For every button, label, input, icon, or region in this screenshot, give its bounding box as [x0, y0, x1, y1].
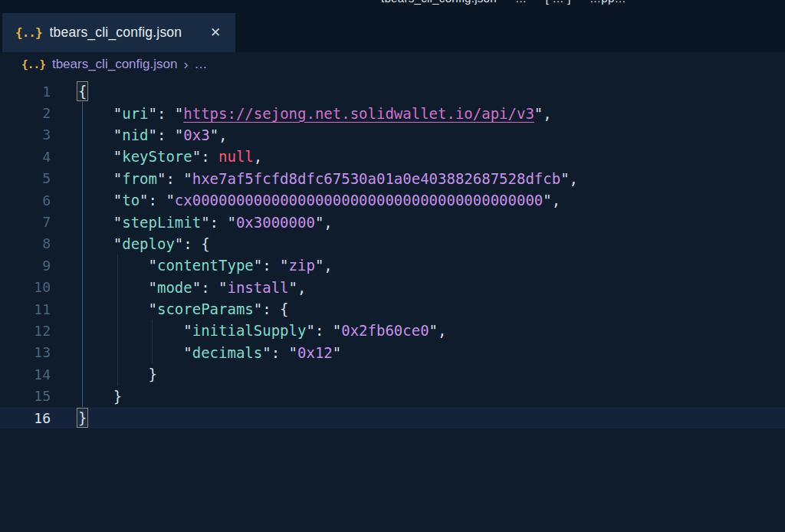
code-line[interactable]: 10 "mode": "install", — [0, 277, 785, 298]
token-pun: ": " — [157, 170, 192, 187]
token-pun: ", — [534, 105, 552, 122]
code-text: "deploy": { — [51, 235, 210, 252]
window-title-clipped: tbears_cli_config.json — … — [ … ] — …pp… — [0, 0, 785, 12]
line-number: 8 — [0, 235, 51, 251]
token-key: nid — [122, 126, 148, 143]
code-text: "uri": "https://sejong.net.solidwallet.i… — [51, 105, 552, 122]
token-pun: " — [78, 148, 122, 165]
code-line[interactable]: 4 "keyStore": null, — [0, 146, 785, 167]
code-text: } — [51, 409, 87, 426]
token-pun: ", — [289, 279, 307, 296]
code-line[interactable]: 7 "stepLimit": "0x3000000", — [0, 211, 785, 232]
code-text: "mode": "install", — [51, 279, 306, 296]
editor-pane[interactable]: 1{2 "uri": "https://sejong.net.solidwall… — [0, 77, 785, 532]
token-key: stepLimit — [122, 214, 201, 231]
line-number: 11 — [0, 301, 51, 317]
code-line[interactable]: 2 "uri": "https://sejong.net.solidwallet… — [0, 102, 785, 123]
line-number: 9 — [0, 258, 51, 274]
code-line[interactable]: 9 "contentType": "zip", — [0, 255, 785, 276]
tab-tbears-cli-config-json[interactable]: {..} tbears_cli_config.json ✕ — [2, 13, 235, 52]
token-pun: , — [254, 148, 262, 165]
line-number: 13 — [0, 344, 51, 360]
code-line[interactable]: 5 "from": "hxe7af5fcfd8dfc67530a01a0e403… — [0, 168, 785, 189]
token-pun: " — [78, 214, 122, 231]
code-line[interactable]: 15 } — [0, 385, 785, 406]
token-pun: } — [78, 366, 157, 383]
code-line[interactable]: 12 "initialSupply": "0x2fb60ce0", — [0, 320, 785, 341]
token-pun: " — [333, 344, 341, 361]
token-pun: ": { — [175, 235, 210, 252]
code-line[interactable]: 1{ — [0, 80, 785, 102]
token-pun: ", — [560, 170, 578, 187]
line-number: 15 — [0, 388, 51, 404]
line-number: 5 — [0, 170, 51, 186]
token-pun: " — [78, 300, 157, 317]
code-text: "to": "cx0000000000000000000000000000000… — [51, 192, 560, 209]
token-url: https://sejong.net.solidwallet.io/api/v3 — [183, 105, 534, 122]
line-number: 7 — [0, 214, 51, 230]
token-pun: ", — [429, 322, 447, 339]
code-line[interactable]: 11 "scoreParams": { — [0, 298, 785, 320]
code-line[interactable]: 16} — [0, 407, 785, 429]
token-str: 0x2fb60ce0 — [341, 322, 429, 339]
line-number: 12 — [0, 323, 51, 339]
line-number: 4 — [0, 149, 51, 165]
token-key: contentType — [157, 257, 254, 274]
code-text: "scoreParams": { — [51, 300, 289, 317]
token-pun: " — [78, 235, 122, 252]
token-key: decimals — [192, 344, 263, 361]
line-number: 1 — [0, 84, 51, 100]
token-str: 0x12 — [297, 344, 333, 361]
code-text: } — [51, 366, 157, 383]
token-pun: ", — [210, 126, 228, 143]
token-match: } — [78, 409, 87, 426]
token-key: initialSupply — [192, 322, 307, 339]
token-str: 0x3000000 — [236, 214, 315, 231]
token-pun: } — [78, 388, 122, 405]
token-pun: ": " — [140, 192, 175, 209]
code-text: "from": "hxe7af5fcfd8dfc67530a01a0e40388… — [51, 170, 578, 187]
token-pun: " — [78, 322, 192, 339]
token-str: cx00000000000000000000000000000000000000… — [175, 192, 543, 209]
token-str: hxe7af5fcfd8dfc67530a01a0e403882687528df… — [192, 170, 560, 187]
token-match: { — [78, 83, 87, 100]
token-pun: ": " — [192, 279, 228, 296]
line-number: 10 — [0, 279, 51, 295]
code-line[interactable]: 13 "decimals": "0x12" — [0, 342, 785, 363]
code-text: } — [51, 388, 122, 405]
token-key: uri — [122, 105, 148, 122]
code-line[interactable]: 14 } — [0, 363, 785, 385]
window-header: tbears_cli_config.json — … — [ … ] — …pp… — [0, 0, 785, 52]
token-pun: " — [78, 279, 157, 296]
token-null: null — [218, 148, 254, 165]
token-pun: " — [78, 170, 122, 187]
code-lines: 1{2 "uri": "https://sejong.net.solidwall… — [0, 80, 785, 429]
token-key: from — [122, 170, 157, 187]
token-pun: " — [78, 257, 157, 274]
token-key: mode — [157, 279, 192, 296]
token-pun: ", — [315, 257, 333, 274]
token-pun: " — [78, 105, 122, 122]
code-line[interactable]: 8 "deploy": { — [0, 233, 785, 255]
token-str: zip — [289, 257, 315, 274]
token-key: deploy — [122, 235, 175, 252]
json-braces-icon: {..} — [15, 25, 42, 40]
token-pun: " — [78, 344, 192, 361]
code-text: "keyStore": null, — [51, 148, 262, 165]
line-number: 3 — [0, 126, 51, 143]
breadcrumb-symbol-ellipsis[interactable]: … — [194, 57, 208, 72]
token-key: keyStore — [122, 148, 192, 165]
token-str: 0x3 — [183, 126, 209, 143]
line-number: 6 — [0, 192, 51, 209]
tab-close-icon[interactable]: ✕ — [206, 24, 225, 42]
token-key: scoreParams — [157, 300, 254, 317]
token-pun: ": " — [262, 344, 297, 361]
token-str: install — [227, 279, 288, 296]
token-pun: ": " — [254, 257, 289, 274]
breadcrumb-file[interactable]: tbears_cli_config.json — [52, 57, 177, 72]
token-pun: ", — [315, 214, 333, 231]
code-text: "initialSupply": "0x2fb60ce0", — [51, 322, 446, 339]
code-line[interactable]: 3 "nid": "0x3", — [0, 124, 785, 146]
code-line[interactable]: 6 "to": "cx00000000000000000000000000000… — [0, 189, 785, 211]
code-text: "nid": "0x3", — [51, 126, 228, 143]
